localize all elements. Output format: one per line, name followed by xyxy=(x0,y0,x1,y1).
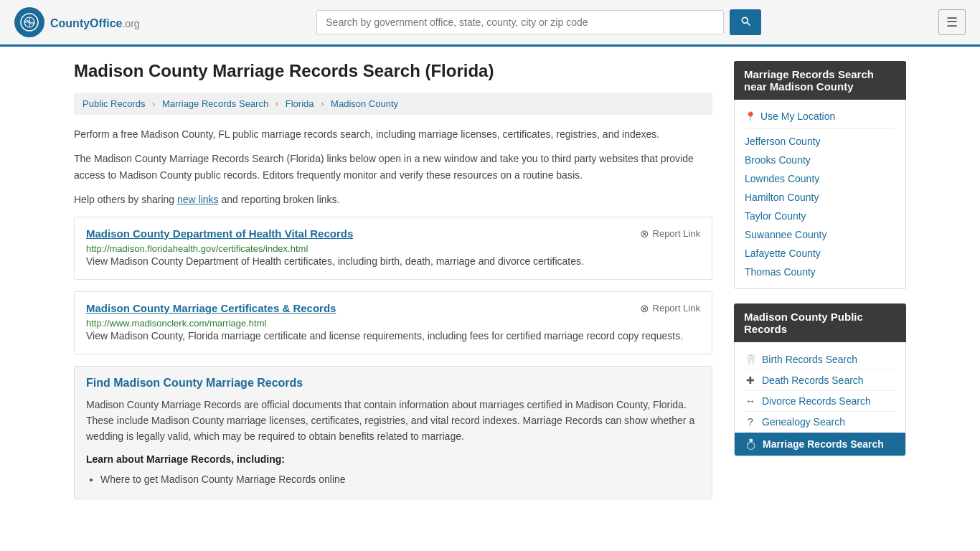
hamburger-icon: ☰ xyxy=(946,15,958,29)
find-section-text: Madison County Marriage Records are offi… xyxy=(86,397,700,445)
nearby-hamilton[interactable]: Hamilton County xyxy=(745,188,895,207)
death-records-label: Death Records Search xyxy=(762,375,864,386)
breadcrumb-madison-county[interactable]: Madison County xyxy=(331,98,398,109)
search-input[interactable] xyxy=(316,10,724,34)
suwannee-county-label: Suwannee County xyxy=(745,229,826,240)
page-title: Madison County Marriage Records Search (… xyxy=(74,61,712,81)
public-records-header: Madison County Public Records xyxy=(734,303,906,342)
breadcrumb: Public Records › Marriage Records Search… xyxy=(74,93,712,115)
lowndes-county-label: Lowndes County xyxy=(745,173,819,184)
location-icon: 📍 xyxy=(745,111,756,122)
find-section-subtitle: Learn about Marriage Records, including: xyxy=(86,453,700,465)
report-link-btn-2[interactable]: ⊗ Report Link xyxy=(640,302,700,315)
record-header-2: Madison County Marriage Certificates & R… xyxy=(86,302,700,317)
find-section-title: Find Madison County Marriage Records xyxy=(86,377,700,390)
record-block-2: Madison County Marriage Certificates & R… xyxy=(74,291,712,354)
marriage-records-active-label: Marriage Records Search xyxy=(763,438,884,450)
genealogy-label: Genealogy Search xyxy=(762,416,845,428)
logo[interactable]: CountyOffice.org xyxy=(14,7,140,37)
lafayette-county-label: Lafayette County xyxy=(745,248,821,259)
nearby-lafayette[interactable]: Lafayette County xyxy=(745,244,895,263)
record-header-1: Madison County Department of Health Vita… xyxy=(86,227,700,242)
breadcrumb-marriage-records[interactable]: Marriage Records Search xyxy=(162,98,268,109)
record-title-1[interactable]: Madison County Department of Health Vita… xyxy=(86,227,353,240)
search-area xyxy=(316,9,761,35)
breadcrumb-sep-3: › xyxy=(321,98,324,109)
record-url-2[interactable]: http://www.madisonclerk.com/marriage.htm… xyxy=(86,318,266,329)
content-area: Madison County Marriage Records Search (… xyxy=(74,61,712,499)
nearby-section: Marriage Records Search near Madison Cou… xyxy=(734,61,906,289)
use-location-link[interactable]: 📍 Use My Location xyxy=(745,107,895,126)
record-block-1: Madison County Department of Health Vita… xyxy=(74,217,712,280)
death-icon: ✚ xyxy=(745,375,756,386)
taylor-county-label: Taylor County xyxy=(745,210,806,222)
genealogy-link[interactable]: ? Genealogy Search xyxy=(745,412,895,433)
record-title-2[interactable]: Madison County Marriage Certificates & R… xyxy=(86,302,336,314)
brooks-county-label: Brooks County xyxy=(745,154,811,166)
intro-text-1: Perform a free Madison County, FL public… xyxy=(74,126,712,142)
menu-button[interactable]: ☰ xyxy=(938,9,966,35)
breadcrumb-public-records[interactable]: Public Records xyxy=(83,98,145,109)
record-desc-1: View Madison County Department of Health… xyxy=(86,254,700,269)
birth-records-link[interactable]: 🦷 Birth Records Search xyxy=(745,349,895,370)
site-header: CountyOffice.org ☰ xyxy=(0,0,980,47)
sidebar: Marriage Records Search near Madison Cou… xyxy=(734,61,906,499)
find-section: Find Madison County Marriage Records Mad… xyxy=(74,366,712,499)
birth-icon: 🦷 xyxy=(745,354,756,365)
jefferson-county-label: Jefferson County xyxy=(745,136,821,147)
nearby-suwannee[interactable]: Suwannee County xyxy=(745,225,895,244)
intro-text-3: Help others by sharing new links and rep… xyxy=(74,192,712,207)
marriage-records-active-link[interactable]: 💍 Marriage Records Search xyxy=(735,433,905,456)
main-container: Madison County Marriage Records Search (… xyxy=(60,47,920,514)
nearby-brooks[interactable]: Brooks County xyxy=(745,151,895,169)
report-link-label-1: Report Link xyxy=(653,228,700,239)
breadcrumb-sep-1: › xyxy=(152,98,155,109)
nearby-header: Marriage Records Search near Madison Cou… xyxy=(734,61,906,100)
hamilton-county-label: Hamilton County xyxy=(745,192,819,203)
divorce-records-label: Divorce Records Search xyxy=(762,395,871,407)
nearby-lowndes[interactable]: Lowndes County xyxy=(745,169,895,188)
breadcrumb-florida[interactable]: Florida xyxy=(286,98,314,109)
nearby-jefferson[interactable]: Jefferson County xyxy=(745,132,895,151)
breadcrumb-sep-2: › xyxy=(275,98,278,109)
report-icon-2: ⊗ xyxy=(640,302,649,315)
death-records-link[interactable]: ✚ Death Records Search xyxy=(745,370,895,391)
nearby-thomas[interactable]: Thomas County xyxy=(745,263,895,281)
intro-text-2: The Madison County Marriage Records Sear… xyxy=(74,151,712,183)
report-link-btn-1[interactable]: ⊗ Report Link xyxy=(640,227,700,240)
search-button[interactable] xyxy=(730,9,761,35)
logo-icon xyxy=(14,7,44,37)
use-location-label: Use My Location xyxy=(760,110,835,122)
bullet-list: Where to get Madison County Marriage Rec… xyxy=(86,471,700,489)
public-records-body: 🦷 Birth Records Search ✚ Death Records S… xyxy=(734,342,906,456)
birth-records-label: Birth Records Search xyxy=(762,354,857,365)
thomas-county-label: Thomas County xyxy=(745,266,816,278)
divorce-records-link[interactable]: ↔ Divorce Records Search xyxy=(745,391,895,412)
nearby-taylor[interactable]: Taylor County xyxy=(745,207,895,225)
new-links-link[interactable]: new links xyxy=(177,194,219,205)
record-url-1[interactable]: http://madison.floridahealth.gov/certifi… xyxy=(86,243,308,254)
report-icon-1: ⊗ xyxy=(640,227,649,240)
divorce-icon: ↔ xyxy=(745,395,756,407)
record-desc-2: View Madison County, Florida marriage ce… xyxy=(86,329,700,344)
nearby-body: 📍 Use My Location Jefferson County Brook… xyxy=(734,100,906,289)
genealogy-icon: ? xyxy=(745,416,756,428)
marriage-active-icon: 💍 xyxy=(745,438,757,450)
bullet-item-1: Where to get Madison County Marriage Rec… xyxy=(100,471,700,489)
public-records-section: Madison County Public Records 🦷 Birth Re… xyxy=(734,303,906,456)
logo-text: CountyOffice.org xyxy=(50,14,140,31)
report-link-label-2: Report Link xyxy=(653,303,700,314)
